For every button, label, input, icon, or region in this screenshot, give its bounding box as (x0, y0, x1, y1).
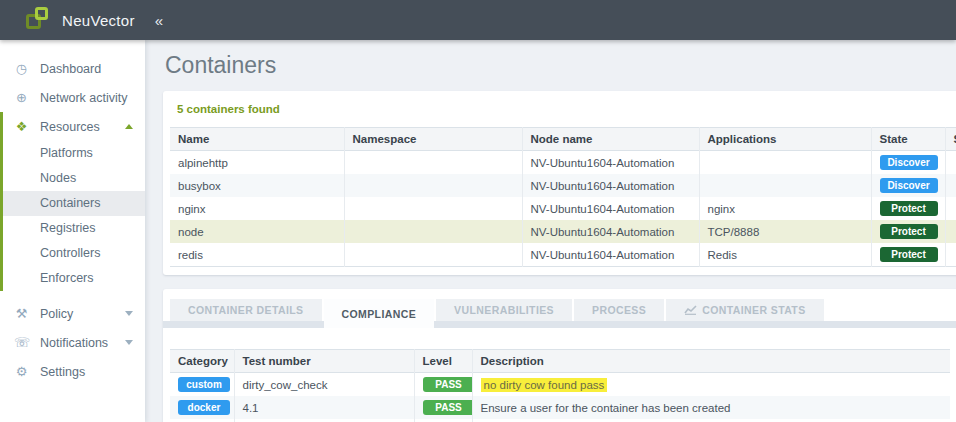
column-header-node-name[interactable]: Node name (522, 128, 699, 151)
containers-table-header: Name Namespace Node name Applications St… (170, 128, 956, 151)
tab-vulnerabilities[interactable]: VULNERABILITIES (436, 299, 572, 321)
column-header-description[interactable]: Description (472, 350, 950, 373)
sidebar-item-controllers[interactable]: Controllers (3, 241, 145, 266)
page-title: Containers (165, 52, 956, 79)
table-row[interactable]: redis NV-Ubuntu1604-Automation Redis Pro… (170, 243, 956, 267)
table-row[interactable]: alpinehttp NV-Ubuntu1604-Automation Disc… (170, 151, 956, 175)
state-badge: Protect (880, 201, 938, 216)
compliance-table-header: Category Test number Level Description (170, 350, 950, 373)
state-badge: Discover (880, 178, 938, 193)
chevron-down-icon (125, 311, 133, 316)
chevron-down-icon (125, 340, 133, 345)
column-header-category[interactable]: Category (170, 350, 234, 373)
tab-container-details[interactable]: CONTAINER DETAILS (170, 299, 322, 321)
tools-icon: ⚒ (14, 306, 29, 321)
logo-square-light (35, 7, 48, 20)
sidebar-item-enforcers[interactable]: Enforcers (3, 266, 145, 291)
column-header-level[interactable]: Level (414, 350, 472, 373)
column-header-scan[interactable]: Scan (945, 128, 956, 151)
line-chart-icon (684, 305, 697, 315)
compliance-row[interactable]: custom dirty_cow_check PASS no dirty cow… (170, 373, 950, 397)
sidebar-item-platforms[interactable]: Platforms (3, 141, 145, 166)
sidebar-collapse-icon[interactable]: « (155, 12, 163, 29)
resources-group: ❖ Resources Platforms Nodes Containers R… (0, 112, 145, 291)
neuvector-logo-icon (26, 7, 53, 33)
containers-count-text: 5 containers found (177, 103, 956, 115)
sidebar-item-label: Resources (40, 120, 100, 134)
level-badge: PASS (423, 377, 473, 392)
column-header-test-number[interactable]: Test number (234, 350, 414, 373)
column-header-namespace[interactable]: Namespace (344, 128, 522, 151)
sidebar-item-label: Notifications (40, 336, 108, 350)
compliance-row[interactable]: docker 4.1 PASS Ensure a user for the co… (170, 396, 950, 419)
sidebar-item-settings[interactable]: ⚙ Settings (0, 357, 145, 386)
top-header-bar: NeuVector « (0, 0, 956, 40)
sidebar-item-label: Dashboard (40, 62, 101, 76)
column-header-name[interactable]: Name (170, 128, 344, 151)
sidebar: ◷ Dashboard ⊕ Network activity ❖ Resourc… (0, 40, 145, 422)
sidebar-item-resources[interactable]: ❖ Resources (3, 112, 145, 141)
state-badge: Protect (880, 247, 938, 262)
dashboard-clock-icon: ◷ (14, 61, 29, 76)
category-badge: docker (178, 400, 230, 415)
state-badge: Discover (880, 155, 938, 170)
tab-container-stats[interactable]: CONTAINER STATS (666, 299, 823, 321)
sidebar-item-network-activity[interactable]: ⊕ Network activity (0, 83, 145, 112)
tab-process[interactable]: PROCESS (574, 299, 664, 321)
table-row[interactable]: busybox NV-Ubuntu1604-Automation Discove… (170, 174, 956, 197)
sidebar-item-label: Policy (40, 307, 73, 321)
column-header-applications[interactable]: Applications (699, 128, 871, 151)
detail-tabs: CONTAINER DETAILS COMPLIANCE VULNERABILI… (163, 299, 956, 321)
sidebar-item-registries[interactable]: Registries (3, 216, 145, 241)
sidebar-item-label: Network activity (40, 91, 128, 105)
category-badge: custom (178, 377, 230, 392)
level-badge: PASS (423, 400, 473, 415)
table-row[interactable]: nginx NV-Ubuntu1604-Automation nginx Pro… (170, 197, 956, 220)
tabs-underline-strip (163, 321, 956, 328)
containers-card: 5 containers found Name Namespace Node n… (163, 91, 956, 275)
sidebar-item-containers[interactable]: Containers (3, 191, 145, 216)
highlighted-description: no dirty cow found pass (481, 378, 608, 392)
phone-icon: ☏ (14, 335, 29, 350)
wrench-icon: ⚙ (14, 364, 29, 379)
sidebar-item-nodes[interactable]: Nodes (3, 166, 145, 191)
tab-compliance[interactable]: COMPLIANCE (324, 299, 435, 328)
sidebar-item-notifications[interactable]: ☏ Notifications (0, 328, 145, 357)
column-header-state[interactable]: State (871, 128, 945, 151)
brand-name: NeuVector (62, 12, 135, 29)
globe-icon: ⊕ (14, 90, 29, 105)
containers-table: Name Namespace Node name Applications St… (170, 127, 956, 267)
table-row-selected[interactable]: node NV-Ubuntu1604-Automation TCP/8888 P… (170, 220, 956, 243)
cubes-icon: ❖ (14, 119, 29, 134)
chevron-up-icon (125, 124, 133, 129)
sidebar-item-policy[interactable]: ⚒ Policy (0, 299, 145, 328)
state-badge: Protect (880, 224, 938, 239)
container-detail-card: CONTAINER DETAILS COMPLIANCE VULNERABILI… (163, 289, 956, 422)
main-content: Containers 5 containers found Name Names… (145, 40, 956, 422)
sidebar-item-label: Settings (40, 365, 85, 379)
sidebar-item-dashboard[interactable]: ◷ Dashboard (0, 54, 145, 83)
compliance-table: Category Test number Level Description c… (170, 349, 950, 422)
